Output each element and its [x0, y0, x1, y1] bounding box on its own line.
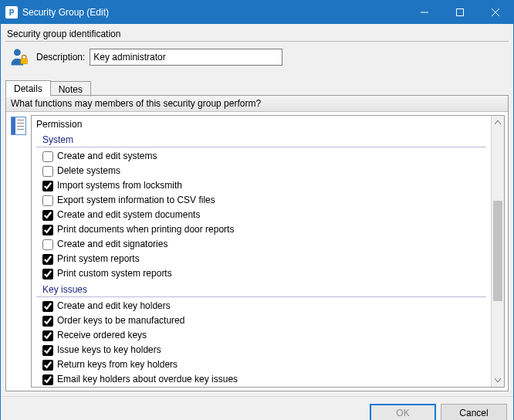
- permission-checkbox[interactable]: [42, 330, 53, 341]
- permission-area: Permission SystemCreate and edit systems…: [6, 112, 508, 391]
- maximize-button[interactable]: [442, 1, 478, 24]
- section-rule: [36, 296, 486, 297]
- permission-label: Create and edit key holders: [57, 300, 171, 313]
- close-icon: [492, 8, 499, 16]
- permission-label: Create and edit system documents: [57, 208, 200, 222]
- tab-strip: Details Notes: [5, 79, 509, 96]
- scroll-down-arrow[interactable]: [492, 374, 504, 387]
- permission-label: Create and edit systems: [57, 150, 157, 163]
- permission-item: Order keys to be manufactured: [32, 313, 491, 328]
- tab-details[interactable]: Details: [5, 80, 51, 97]
- permission-checkbox[interactable]: [42, 225, 53, 235]
- close-button[interactable]: [478, 1, 513, 24]
- permission-item: Email key holders about overdue key issu…: [32, 372, 491, 387]
- permission-label: Create and edit signatories: [57, 238, 167, 251]
- permission-item: Return keys from key holders: [32, 357, 491, 372]
- security-group-icon: [8, 46, 30, 68]
- window-title: Security Group (Edit): [22, 7, 407, 18]
- description-input[interactable]: [90, 49, 282, 66]
- permission-checkbox[interactable]: [42, 374, 53, 385]
- permission-label: Issue keys to key holders: [57, 344, 161, 357]
- permission-label: Email key holders about overdue key issu…: [57, 373, 238, 386]
- permission-label: Receive ordered keys: [57, 329, 147, 342]
- permission-item: Create and edit system documents: [32, 208, 491, 222]
- permission-item: Delete systems: [32, 164, 491, 178]
- section-title: System: [32, 131, 491, 147]
- svg-point-4: [14, 49, 21, 56]
- permission-checkbox[interactable]: [42, 345, 53, 356]
- permission-label: Order keys to be manufactured: [57, 314, 184, 327]
- permission-item: Print documents when printing door repor…: [32, 222, 491, 237]
- permission-label: Print custom system reports: [57, 267, 172, 280]
- window-frame: P Security Group (Edit) Security group i…: [0, 0, 514, 420]
- permission-list: Permission SystemCreate and edit systems…: [32, 116, 491, 387]
- identification-label: Security group identification: [5, 27, 509, 41]
- description-label: Description:: [36, 52, 85, 63]
- details-pane: What functions may members of this secur…: [5, 96, 509, 391]
- titlebar: P Security Group (Edit): [1, 1, 513, 24]
- svg-rect-1: [457, 9, 464, 16]
- permission-label: Print system reports: [57, 252, 140, 266]
- minimize-icon: [421, 8, 428, 16]
- section-title: Key issues: [32, 281, 491, 296]
- permission-nav-col: [9, 115, 31, 388]
- permission-checkbox[interactable]: [42, 269, 53, 279]
- permission-checkbox[interactable]: [42, 360, 53, 371]
- chevron-down-icon: [495, 378, 501, 382]
- ok-button[interactable]: OK: [370, 404, 436, 421]
- maximize-icon: [456, 8, 464, 16]
- content-area: Security group identification Descriptio…: [1, 24, 513, 420]
- permission-checkbox[interactable]: [42, 151, 53, 162]
- svg-rect-5: [21, 59, 28, 64]
- permission-label: Import systems from locksmith: [57, 179, 182, 192]
- permission-header: Permission: [32, 116, 491, 131]
- permission-label: Print documents when printing door repor…: [57, 223, 234, 236]
- chevron-up-icon: [495, 120, 501, 124]
- permission-item: Create and edit systems: [32, 149, 491, 164]
- permission-checkbox[interactable]: [42, 166, 53, 177]
- permission-item: Issue keys to key holders: [32, 343, 491, 357]
- cancel-button[interactable]: Cancel: [441, 404, 507, 421]
- permission-panel: Permission SystemCreate and edit systems…: [31, 115, 505, 388]
- permission-checkbox[interactable]: [42, 181, 53, 191]
- permission-list-icon[interactable]: [11, 117, 26, 135]
- minimize-button[interactable]: [407, 1, 442, 24]
- permission-item: Receive ordered keys: [32, 328, 491, 343]
- app-icon: P: [5, 6, 18, 19]
- scroll-thumb[interactable]: [493, 201, 502, 301]
- permission-checkbox[interactable]: [42, 301, 53, 312]
- tab-notes[interactable]: Notes: [50, 81, 91, 97]
- permission-checkbox[interactable]: [42, 210, 53, 221]
- permission-item: Create and edit signatories: [32, 237, 491, 252]
- permission-checkbox[interactable]: [42, 254, 53, 265]
- permission-label: Delete systems: [57, 164, 120, 178]
- permission-label: Return keys from key holders: [57, 358, 178, 371]
- permission-checkbox[interactable]: [42, 195, 53, 206]
- scroll-up-arrow[interactable]: [492, 116, 504, 129]
- permission-item: Print system reports: [32, 252, 491, 266]
- dialog-button-row: OK Cancel: [1, 396, 513, 420]
- permission-item: Create and edit key holders: [32, 299, 491, 313]
- permission-item: Export system information to CSV files: [32, 193, 491, 208]
- permission-label: Export system information to CSV files: [57, 194, 215, 207]
- section-rule: [36, 147, 486, 147]
- permission-item: Import systems from locksmith: [32, 178, 491, 193]
- permission-item: Print custom system reports: [32, 266, 491, 281]
- permission-checkbox[interactable]: [42, 239, 53, 250]
- permission-scrollbar[interactable]: [491, 116, 504, 387]
- identification-group: Security group identification Descriptio…: [5, 27, 509, 76]
- details-prompt: What functions may members of this secur…: [6, 96, 508, 112]
- permission-checkbox[interactable]: [42, 316, 53, 327]
